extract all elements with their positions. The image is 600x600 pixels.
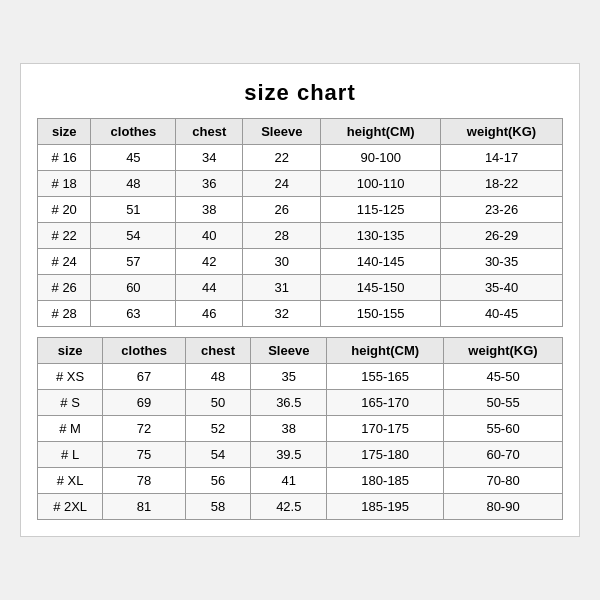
column-header: weight(KG): [441, 119, 563, 145]
table-row: # 18483624100-11018-22: [38, 171, 563, 197]
table-cell: 45: [91, 145, 176, 171]
table-cell: 18-22: [441, 171, 563, 197]
table-cell: 185-195: [327, 494, 444, 520]
table-cell: 42: [176, 249, 243, 275]
table-row: # 1645342290-10014-17: [38, 145, 563, 171]
table-cell: 60: [91, 275, 176, 301]
table1-body: # 1645342290-10014-17# 18483624100-11018…: [38, 145, 563, 327]
table-cell: 40-45: [441, 301, 563, 327]
table-cell: # 20: [38, 197, 91, 223]
table-cell: 36.5: [251, 390, 327, 416]
table-cell: 72: [103, 416, 186, 442]
table-cell: 26-29: [441, 223, 563, 249]
table-cell: # XS: [38, 364, 103, 390]
table-cell: 48: [91, 171, 176, 197]
table-cell: 115-125: [321, 197, 441, 223]
table-cell: 155-165: [327, 364, 444, 390]
table-cell: # 2XL: [38, 494, 103, 520]
size-table-1: sizeclotheschestSleeveheight(CM)weight(K…: [37, 118, 563, 327]
table-cell: 46: [176, 301, 243, 327]
column-header: clothes: [103, 338, 186, 364]
table-cell: 50-55: [444, 390, 563, 416]
table-cell: 69: [103, 390, 186, 416]
column-header: size: [38, 119, 91, 145]
table-cell: 34: [176, 145, 243, 171]
table-cell: 23-26: [441, 197, 563, 223]
table-cell: 165-170: [327, 390, 444, 416]
table-cell: 30-35: [441, 249, 563, 275]
table-cell: 130-135: [321, 223, 441, 249]
table-cell: 75: [103, 442, 186, 468]
table-cell: 56: [185, 468, 250, 494]
column-header: height(CM): [321, 119, 441, 145]
table-row: # 22544028130-13526-29: [38, 223, 563, 249]
table-cell: 45-50: [444, 364, 563, 390]
table-cell: # 18: [38, 171, 91, 197]
table-cell: 24: [243, 171, 321, 197]
table-cell: 51: [91, 197, 176, 223]
column-header: clothes: [91, 119, 176, 145]
section-gap: [37, 327, 563, 337]
table-cell: # 26: [38, 275, 91, 301]
table-cell: # M: [38, 416, 103, 442]
table-cell: # S: [38, 390, 103, 416]
table-cell: 150-155: [321, 301, 441, 327]
column-header: Sleeve: [243, 119, 321, 145]
table-cell: 175-180: [327, 442, 444, 468]
size-chart-card: size chart sizeclotheschestSleeveheight(…: [20, 63, 580, 537]
table2-header: sizeclotheschestSleeveheight(CM)weight(K…: [38, 338, 563, 364]
table2-body: # XS674835155-16545-50# S695036.5165-170…: [38, 364, 563, 520]
table-cell: # XL: [38, 468, 103, 494]
table-cell: 180-185: [327, 468, 444, 494]
table-row: # 28634632150-15540-45: [38, 301, 563, 327]
table-cell: # 22: [38, 223, 91, 249]
table-row: # S695036.5165-17050-55: [38, 390, 563, 416]
table-cell: 90-100: [321, 145, 441, 171]
column-header: size: [38, 338, 103, 364]
table-cell: 32: [243, 301, 321, 327]
table-row: # XL785641180-18570-80: [38, 468, 563, 494]
table-cell: 30: [243, 249, 321, 275]
table-cell: 44: [176, 275, 243, 301]
table-cell: 70-80: [444, 468, 563, 494]
table-cell: 26: [243, 197, 321, 223]
table1-header: sizeclotheschestSleeveheight(CM)weight(K…: [38, 119, 563, 145]
table-cell: 39.5: [251, 442, 327, 468]
table-cell: 48: [185, 364, 250, 390]
table-cell: 31: [243, 275, 321, 301]
table-cell: 54: [185, 442, 250, 468]
table-cell: 60-70: [444, 442, 563, 468]
table-cell: 80-90: [444, 494, 563, 520]
table-cell: 36: [176, 171, 243, 197]
table-cell: 58: [185, 494, 250, 520]
table-cell: # 24: [38, 249, 91, 275]
table-cell: 41: [251, 468, 327, 494]
table-row: # 24574230140-14530-35: [38, 249, 563, 275]
table-cell: 57: [91, 249, 176, 275]
chart-title: size chart: [37, 80, 563, 106]
table-cell: 42.5: [251, 494, 327, 520]
column-header: weight(KG): [444, 338, 563, 364]
column-header: height(CM): [327, 338, 444, 364]
table-cell: 50: [185, 390, 250, 416]
table-cell: 38: [176, 197, 243, 223]
table-cell: 140-145: [321, 249, 441, 275]
column-header: chest: [185, 338, 250, 364]
table-cell: 55-60: [444, 416, 563, 442]
table-row: # 26604431145-15035-40: [38, 275, 563, 301]
table-cell: 38: [251, 416, 327, 442]
table-row: # L755439.5175-18060-70: [38, 442, 563, 468]
table-cell: 67: [103, 364, 186, 390]
table-cell: 100-110: [321, 171, 441, 197]
table1-header-row: sizeclotheschestSleeveheight(CM)weight(K…: [38, 119, 563, 145]
table-cell: 63: [91, 301, 176, 327]
table-cell: 78: [103, 468, 186, 494]
column-header: Sleeve: [251, 338, 327, 364]
table-row: # M725238170-17555-60: [38, 416, 563, 442]
table-cell: 14-17: [441, 145, 563, 171]
table2-header-row: sizeclotheschestSleeveheight(CM)weight(K…: [38, 338, 563, 364]
table-cell: 35-40: [441, 275, 563, 301]
table-cell: 28: [243, 223, 321, 249]
table-cell: 170-175: [327, 416, 444, 442]
table-cell: # L: [38, 442, 103, 468]
